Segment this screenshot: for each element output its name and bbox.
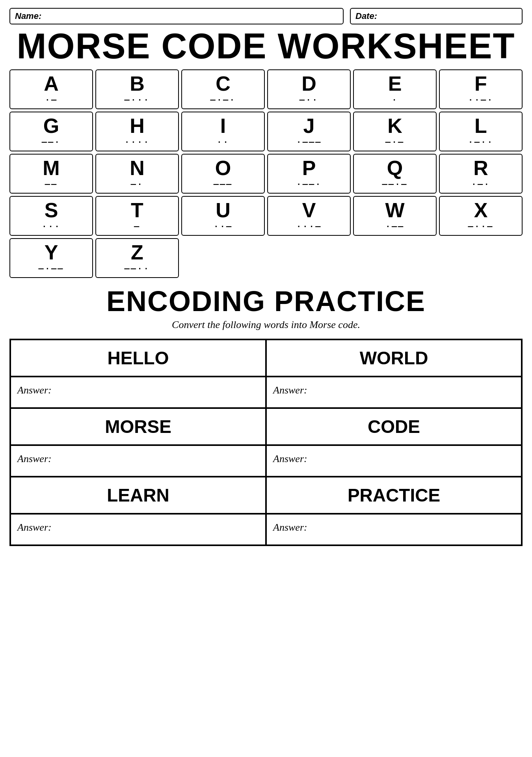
morse-code: ···—: [296, 222, 322, 232]
practice-word: LEARN: [10, 477, 266, 514]
date-field: Date:: [350, 8, 523, 24]
letter-cell-g: G——·: [9, 112, 93, 151]
letter-cell-e: E·: [353, 69, 437, 109]
practice-grid: HELLOWORLDAnswer:Answer:MORSECODEAnswer:…: [9, 339, 523, 546]
date-label: Date:: [355, 11, 377, 21]
letter-cell-k: K—·—: [353, 112, 437, 151]
morse-code: ··—: [214, 222, 233, 232]
letter-cell-l: L·—··: [439, 112, 523, 151]
morse-code: ·——: [385, 222, 405, 232]
letter-char: K: [387, 116, 402, 136]
letter-char: D: [301, 73, 316, 94]
letter-char: U: [216, 200, 231, 220]
letter-cell-u: U··—: [181, 196, 265, 236]
letter-char: V: [302, 200, 316, 220]
letter-cell-i: I··: [181, 112, 265, 151]
letter-char: H: [130, 116, 145, 136]
morse-code: —·—: [385, 138, 405, 147]
section-title: ENCODING PRACTICE: [9, 285, 523, 317]
answer-cell[interactable]: Answer:: [10, 377, 266, 408]
practice-word: MORSE: [10, 408, 266, 445]
morse-code: ·—·: [471, 180, 491, 190]
morse-code: ·———: [296, 138, 322, 147]
practice-word: HELLO: [10, 339, 266, 377]
morse-code: —···: [125, 95, 150, 105]
letter-cell-p: P·——·: [267, 154, 351, 194]
letter-char: N: [130, 158, 145, 178]
letter-cell-s: S···: [9, 196, 93, 236]
morse-code: —·: [131, 180, 143, 190]
letter-cell-f: F··—·: [439, 69, 523, 109]
name-label: Name:: [15, 11, 41, 21]
letter-char: B: [130, 73, 145, 94]
alphabet-grid: A·—B—···C—·—·D—··E·F··—·G——·H····I··J·——…: [9, 69, 523, 278]
morse-code: ·——·: [296, 180, 322, 190]
letter-cell-w: W·——: [353, 196, 437, 236]
letter-cell-r: R·—·: [439, 154, 523, 194]
answer-cell[interactable]: Answer:: [10, 445, 266, 477]
morse-code: —: [134, 222, 140, 232]
morse-code: ·: [392, 95, 398, 105]
morse-code: ··—·: [468, 95, 494, 105]
morse-code: —·——: [39, 264, 64, 274]
name-field: Name:: [9, 8, 344, 24]
letter-cell-q: Q——·—: [353, 154, 437, 194]
practice-word: WORLD: [266, 339, 522, 377]
morse-code: ····: [125, 138, 150, 147]
letter-char: M: [43, 158, 60, 178]
letter-char: O: [215, 158, 231, 178]
practice-word: CODE: [266, 408, 522, 445]
morse-code: —··: [299, 95, 319, 105]
letter-char: G: [43, 116, 59, 136]
morse-code: ·—: [45, 95, 58, 105]
letter-cell-a: A·—: [9, 69, 93, 109]
letter-char: I: [220, 116, 226, 136]
letter-char: W: [385, 200, 404, 220]
letter-cell-c: C—·—·: [181, 69, 265, 109]
morse-code: ——·—: [382, 180, 408, 190]
letter-char: A: [44, 73, 59, 94]
letter-cell-o: O———: [181, 154, 265, 194]
letter-char: S: [45, 200, 58, 220]
letter-cell-h: H····: [95, 112, 179, 151]
letter-char: P: [302, 158, 316, 178]
letter-cell-x: X—··—: [439, 196, 523, 236]
morse-code: —··—: [468, 222, 494, 232]
letter-char: R: [473, 158, 488, 178]
morse-code: —·—·: [210, 95, 236, 105]
main-title: MORSE CODE WORKSHEET: [9, 28, 523, 64]
morse-code: ···: [42, 222, 61, 232]
letter-char: L: [474, 116, 487, 136]
letter-char: C: [216, 73, 231, 94]
letter-cell-j: J·———: [267, 112, 351, 151]
morse-code: ——: [45, 180, 58, 190]
answer-cell[interactable]: Answer:: [266, 445, 522, 477]
practice-word: PRACTICE: [266, 477, 522, 514]
answer-cell[interactable]: Answer:: [266, 377, 522, 408]
answer-cell[interactable]: Answer:: [10, 514, 266, 545]
letter-cell-v: V···—: [267, 196, 351, 236]
morse-code: ——·: [42, 138, 61, 147]
morse-code: ·—··: [468, 138, 494, 147]
section-subtitle: Convert the following words into Morse c…: [9, 319, 523, 331]
letter-char: F: [474, 73, 487, 94]
morse-code: ··: [217, 138, 229, 147]
letter-char: Y: [45, 242, 58, 263]
letter-char: J: [303, 116, 315, 136]
letter-char: X: [474, 200, 488, 220]
morse-code: ——··: [125, 264, 150, 274]
letter-cell-t: T—: [95, 196, 179, 236]
letter-cell-d: D—··: [267, 69, 351, 109]
letter-char: E: [388, 73, 402, 94]
letter-char: Q: [387, 158, 403, 178]
morse-code: ———: [214, 180, 233, 190]
letter-cell-n: N—·: [95, 154, 179, 194]
letter-char: Z: [131, 242, 143, 263]
header-row: Name: Date:: [9, 8, 523, 24]
letter-cell-m: M——: [9, 154, 93, 194]
answer-cell[interactable]: Answer:: [266, 514, 522, 545]
letter-cell-z: Z——··: [95, 238, 179, 278]
letter-cell-y: Y—·——: [9, 238, 93, 278]
letter-char: T: [131, 200, 143, 220]
letter-cell-b: B—···: [95, 69, 179, 109]
